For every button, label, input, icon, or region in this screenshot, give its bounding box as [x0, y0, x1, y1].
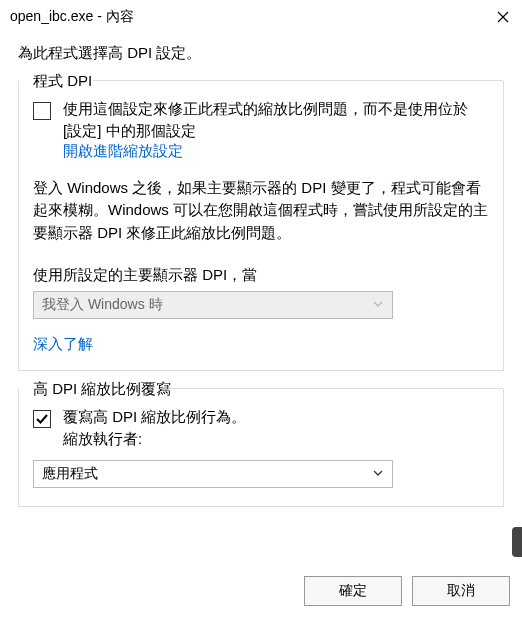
intro-text: 為此程式選擇高 DPI 設定。 — [18, 44, 504, 63]
window-title: open_ibc.exe - 內容 — [10, 8, 134, 26]
scaling-performed-value: 應用程式 — [42, 465, 98, 483]
override-checkbox[interactable] — [33, 410, 51, 428]
program-dpi-label: 程式 DPI — [33, 72, 489, 91]
learn-more-link[interactable]: 深入了解 — [33, 335, 93, 354]
advanced-scaling-link[interactable]: 開啟進階縮放設定 — [63, 142, 183, 161]
cancel-button[interactable]: 取消 — [412, 576, 510, 606]
program-dpi-group: 程式 DPI 使用這個設定來修正此程式的縮放比例問題，而不是使用位於 [設定] … — [18, 81, 504, 371]
chevron-down-icon — [372, 466, 384, 482]
chevron-down-icon — [372, 297, 384, 313]
use-setting-label: 使用這個設定來修正此程式的縮放比例問題，而不是使用位於 [設定] 中的那個設定 — [63, 98, 489, 142]
dpi-when-value: 我登入 Windows 時 — [42, 296, 163, 314]
scrollbar-stub — [512, 527, 522, 557]
ok-button[interactable]: 確定 — [304, 576, 402, 606]
dpi-when-label: 使用所設定的主要顯示器 DPI，當 — [33, 266, 489, 285]
program-dpi-desc: 登入 Windows 之後，如果主要顯示器的 DPI 變更了，程式可能會看起來模… — [33, 177, 489, 245]
override-dpi-group: 高 DPI 縮放比例覆寫 覆寫高 DPI 縮放比例行為。 縮放執行者: 應用程式 — [18, 389, 504, 507]
override-dpi-label: 高 DPI 縮放比例覆寫 — [33, 380, 489, 399]
close-icon[interactable] — [494, 8, 512, 26]
override-label-line2: 縮放執行者: — [63, 428, 246, 450]
use-setting-checkbox[interactable] — [33, 102, 51, 120]
dpi-when-dropdown: 我登入 Windows 時 — [33, 291, 393, 319]
override-label-line1: 覆寫高 DPI 縮放比例行為。 — [63, 406, 246, 428]
scaling-performed-dropdown[interactable]: 應用程式 — [33, 460, 393, 488]
